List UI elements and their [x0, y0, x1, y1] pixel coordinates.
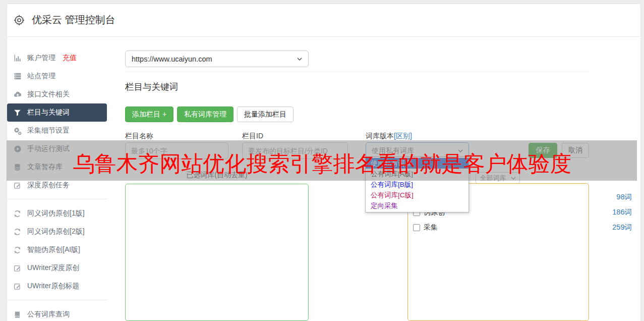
dict-version-label: 词库版本[区别] [366, 132, 412, 141]
sidebar-item-label: 同义词伪原创[1版] [27, 209, 85, 218]
sidebar-item-label: UWriter深度原创 [27, 263, 79, 273]
cloud-upload-icon [13, 90, 22, 98]
edit-icon [13, 283, 22, 290]
sidebar-item-label: 站点管理 [27, 72, 55, 81]
dict-checkbox[interactable] [413, 224, 420, 231]
sidebar-item-label: 栏目与关键词 [27, 108, 70, 117]
recharge-badge[interactable]: 充值 [63, 54, 77, 63]
bar-chart-icon [13, 54, 22, 62]
sidebar-item-uwriter-title[interactable]: UWriter原创标题 [7, 277, 107, 295]
batch-add-button[interactable]: 批量添加栏目 [237, 106, 294, 122]
refresh-icon [13, 246, 22, 254]
sidebar-item-sites[interactable]: 站点管理 [7, 67, 107, 85]
sidebar-item-columns-keywords[interactable]: 栏目与关键词 [7, 103, 107, 122]
menu-option-targeted-collect[interactable]: 定向采集 [366, 200, 469, 211]
sidebar-item-public-dict-query[interactable]: 公有词库查询 [7, 305, 107, 321]
dict-row-label: 采集 [424, 223, 438, 232]
dict-row-count: 98词 [616, 192, 632, 202]
dict-row-count: 259词 [612, 223, 632, 232]
book-icon [13, 311, 22, 318]
edit-icon [13, 182, 22, 189]
column-id-label: 栏目ID [242, 132, 263, 141]
sidebar-item-collect-settings[interactable]: 采集细节设置 [7, 122, 107, 140]
edit-icon [13, 264, 22, 272]
sidebar-item-interface-files[interactable]: 接口文件相关 [7, 85, 107, 103]
refresh-icon [13, 210, 22, 218]
private-dict-button[interactable]: 私有词库管理 [177, 106, 233, 122]
sidebar-item-label: 智能伪原创[AI版] [27, 245, 80, 254]
chevron-down-icon [297, 58, 302, 61]
sidebar-item-label: 公有词库查询 [27, 310, 70, 319]
gears-icon [13, 127, 22, 135]
sidebar-item-uwriter-deep[interactable]: UWriter深度原创 [7, 259, 107, 277]
dict-row-count: 186词 [612, 207, 632, 217]
funnel-icon [13, 109, 22, 117]
page-title: 栏目与关键词 [125, 81, 178, 93]
gear-icon [13, 14, 25, 26]
sidebar-item-label: UWriter原创标题 [27, 282, 79, 291]
sidebar-divider [7, 199, 107, 199]
site-select[interactable]: https://www.ucaiyun.com [125, 50, 309, 67]
sidebar-item-synonym-rewrite-2[interactable]: 同义词伪原创[2版] [7, 223, 107, 241]
menu-option-public-b[interactable]: 公有词库[B版] [366, 179, 469, 190]
app-bar: 优采云 管理控制台 [7, 4, 641, 37]
sidebar-item-label: 账户管理 [27, 54, 55, 63]
section-divider [125, 72, 589, 72]
selected-words-box [125, 184, 309, 321]
sidebar-item-label: 接口文件相关 [27, 90, 70, 99]
column-name-label: 栏目名称 [125, 132, 153, 141]
menu-option-public-c[interactable]: 公有词库[C版] [366, 190, 469, 200]
sidebar-item-ai-rewrite[interactable]: 智能伪原创[AI版] [7, 241, 107, 259]
sidebar-item-label: 采集细节设置 [27, 126, 70, 135]
sidebar: 账户管理 充值 站点管理 接口文件相关 栏目与关键词 采集细节设置 [7, 49, 107, 321]
dict-row: 采集 [413, 223, 438, 233]
sidebar-item-label: 同义词伪原创[2版] [27, 227, 85, 236]
add-column-button[interactable]: 添加栏目 + [125, 106, 173, 122]
watermark-text: 乌鲁木齐网站优化搜索引擎排名看的就是客户体验度 [73, 149, 572, 179]
sidebar-item-account[interactable]: 账户管理 充值 [7, 49, 107, 67]
sidebar-item-label: 深度原创任务 [27, 181, 70, 190]
sidebar-item-synonym-rewrite-1[interactable]: 同义词伪原创[1版] [7, 204, 107, 223]
app-title: 优采云 管理控制台 [32, 13, 115, 27]
sidebar-divider [7, 300, 107, 300]
page: 优采云 管理控制台 账户管理 充值 站点管理 接口文件相关 栏目与 [0, 0, 644, 321]
refresh-icon [13, 228, 22, 236]
server-icon [13, 72, 22, 80]
dict-version-diff-link[interactable]: [区别] [394, 132, 412, 140]
site-select-value: https://www.ucaiyun.com [132, 55, 212, 63]
